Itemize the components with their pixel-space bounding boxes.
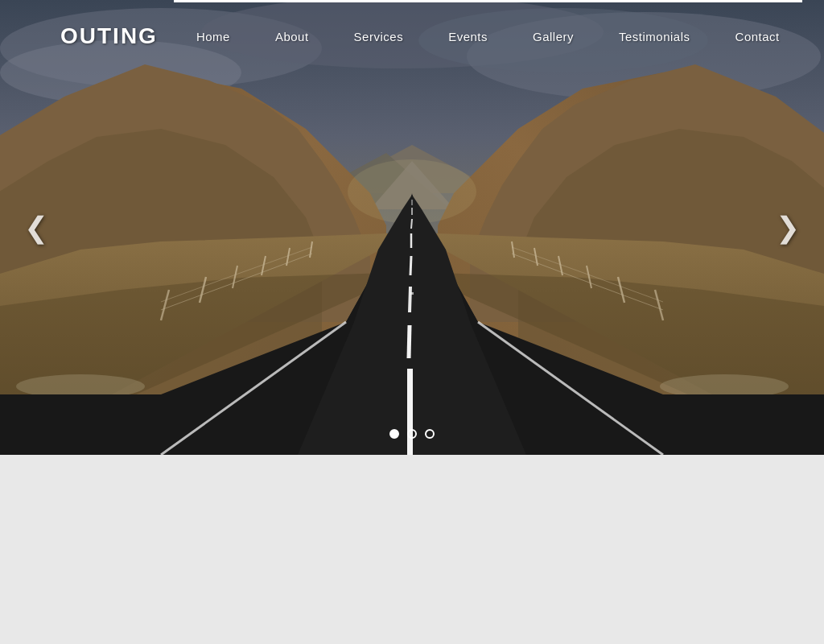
navbar: OUTING Home About Services Events Galler… [0, 0, 824, 72]
svg-line-31 [411, 219, 412, 229]
nav-item-events[interactable]: Events [426, 0, 510, 72]
nav-item-contact[interactable]: Contact [713, 0, 802, 72]
site-logo: OUTING [60, 23, 158, 49]
slider-next-button[interactable]: ❯ [760, 203, 816, 253]
svg-rect-51 [410, 292, 414, 295]
svg-line-35 [409, 325, 410, 358]
svg-line-34 [410, 287, 410, 312]
slider-dot-2[interactable] [407, 429, 417, 439]
nav-item-about[interactable]: About [253, 0, 332, 72]
nav-item-home[interactable]: Home [174, 0, 253, 72]
svg-line-33 [410, 256, 411, 275]
nav-links: Home About Services Events Gallery Testi… [174, 0, 824, 72]
below-hero-section [0, 455, 824, 644]
svg-rect-36 [407, 369, 413, 455]
slider-prev-button[interactable]: ❮ [8, 203, 64, 253]
hero-slider: OUTING Home About Services Events Galler… [0, 0, 824, 455]
slider-dots [389, 429, 435, 439]
slider-dot-1[interactable] [389, 429, 399, 439]
nav-item-gallery[interactable]: Gallery [510, 0, 596, 72]
nav-item-testimonials[interactable]: Testimonials [596, 0, 713, 72]
slider-dot-3[interactable] [425, 429, 435, 439]
nav-item-services[interactable]: Services [332, 0, 426, 72]
